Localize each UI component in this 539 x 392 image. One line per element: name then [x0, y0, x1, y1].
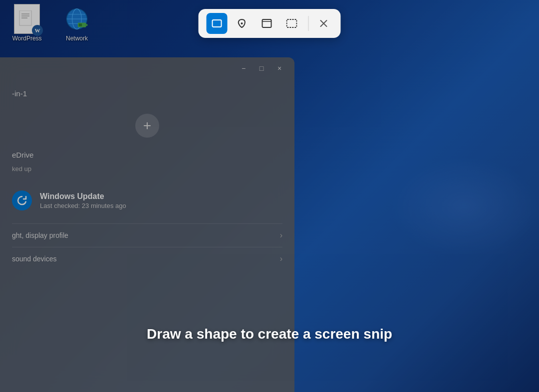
rect-snip-icon — [212, 18, 223, 29]
settings-row-display[interactable]: ght, display profile › — [12, 223, 282, 247]
truncated-label-1: -in-1 — [12, 89, 282, 98]
windows-update-title: Windows Update — [40, 192, 126, 201]
truncated-label-3: ked up — [12, 165, 282, 173]
settings-row-sound[interactable]: sound devices › — [12, 247, 282, 270]
wordpress-icon-label: WordPress — [12, 35, 41, 42]
minimize-button[interactable]: − — [237, 61, 251, 75]
wordpress-doc-icon — [18, 10, 35, 27]
panel-content: -in-1 + eDrive ked up Windows Update Las… — [0, 79, 294, 280]
svg-rect-12 — [213, 20, 222, 27]
display-row-chevron: › — [280, 231, 282, 240]
network-icon-label: Network — [66, 35, 88, 42]
add-button[interactable]: + — [135, 114, 159, 138]
windows-update-icon — [12, 191, 32, 210]
svg-point-13 — [241, 22, 243, 24]
network-globe-icon — [64, 5, 90, 33]
window-snip-icon — [262, 18, 272, 29]
display-row-label: ght, display profile — [12, 231, 68, 239]
freeform-snip-icon — [237, 18, 248, 29]
settings-rows: ght, display profile › sound devices › — [12, 223, 282, 270]
desktop-icon-network[interactable]: Network — [57, 5, 97, 42]
svg-rect-14 — [263, 19, 271, 27]
windows-update-subtitle: Last checked: 23 minutes ago — [40, 202, 126, 209]
snip-toolbar — [199, 9, 341, 38]
fullscreen-snip-icon — [286, 18, 297, 29]
window-snip-button[interactable] — [257, 13, 277, 34]
rect-snip-button[interactable] — [207, 13, 228, 34]
add-icon: + — [143, 118, 151, 134]
sound-row-label: sound devices — [12, 255, 57, 263]
refresh-icon — [16, 195, 28, 206]
panel-close-button[interactable]: × — [272, 61, 286, 75]
toolbar-divider — [308, 16, 309, 31]
sound-row-chevron: › — [280, 254, 282, 263]
panel-titlebar: − □ × — [0, 57, 294, 79]
svg-rect-10 — [86, 24, 88, 26]
close-icon — [320, 19, 328, 27]
windows-update-text: Windows Update Last checked: 23 minutes … — [40, 192, 126, 209]
svg-rect-11 — [79, 23, 82, 26]
truncated-label-2: eDrive — [12, 151, 282, 159]
settings-panel: − □ × -in-1 + eDrive ked up — [0, 57, 294, 392]
snip-close-button[interactable] — [315, 14, 333, 32]
wordpress-icon-image: W — [13, 5, 41, 33]
windows-update-row[interactable]: Windows Update Last checked: 23 minutes … — [0, 183, 294, 218]
desktop-icons-area: W WordPress — [0, 0, 104, 47]
add-button-area: + — [12, 106, 282, 146]
fullscreen-snip-button[interactable] — [281, 13, 302, 34]
maximize-button[interactable]: □ — [255, 61, 269, 75]
desktop-icon-wordpress[interactable]: W WordPress — [7, 5, 47, 42]
svg-rect-16 — [287, 19, 297, 27]
network-icon-image — [63, 5, 91, 33]
freeform-snip-button[interactable] — [232, 13, 253, 34]
